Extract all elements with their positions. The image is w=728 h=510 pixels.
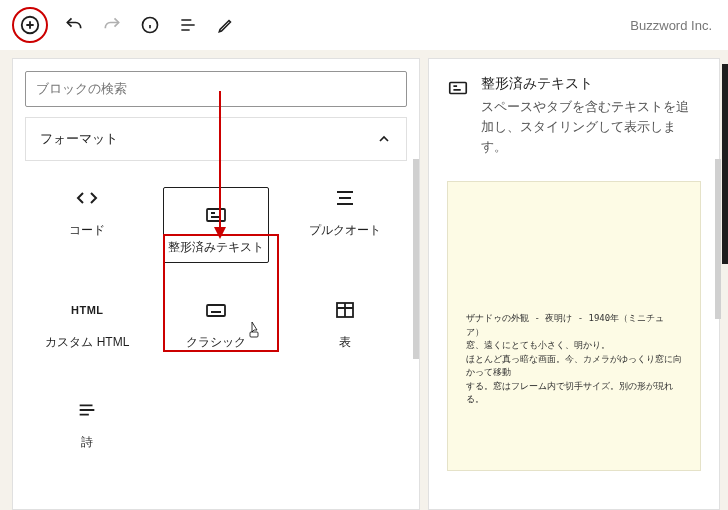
block-label: プルクオート — [309, 223, 381, 239]
block-custom-html[interactable]: HTML カスタム HTML — [25, 279, 150, 375]
redo-button[interactable] — [100, 13, 124, 37]
keyboard-icon — [204, 295, 228, 325]
preview-text: ザナドゥの外観 - 夜明け - 1940年（ミニチュア） 窓、遠くにとても小さく… — [466, 312, 682, 407]
svg-rect-2 — [207, 209, 225, 221]
preformatted-icon — [447, 77, 469, 99]
chevron-up-icon — [376, 131, 392, 147]
editor-toolbar: Buzzword Inc. — [0, 0, 728, 50]
outline-button[interactable] — [176, 13, 200, 37]
block-inserter-panel: ブロックの検索 フォーマット コード 整形済みテキスト — [12, 58, 420, 510]
left-scrollbar[interactable] — [413, 159, 419, 359]
code-icon — [75, 183, 99, 213]
block-label: 整形済みテキスト — [168, 240, 264, 256]
preformatted-icon — [168, 200, 264, 230]
block-table[interactable]: 表 — [282, 279, 407, 375]
right-scrollbar[interactable] — [715, 159, 721, 319]
edit-button[interactable] — [214, 13, 238, 37]
undo-button[interactable] — [62, 13, 86, 37]
side-decoration — [722, 64, 728, 264]
brand-label: Buzzword Inc. — [630, 18, 712, 33]
block-code[interactable]: コード — [25, 167, 150, 275]
svg-rect-5 — [250, 332, 258, 337]
block-label: 表 — [339, 335, 351, 351]
add-block-button[interactable] — [12, 7, 48, 43]
preview-description: スペースやタブを含むテキストを追加し、スタイリングして表示します。 — [481, 97, 701, 157]
table-icon — [333, 295, 357, 325]
block-preview-panel: 整形済みテキスト スペースやタブを含むテキストを追加し、スタイリングして表示しま… — [428, 58, 720, 510]
svg-rect-8 — [450, 83, 467, 94]
pullquote-icon — [333, 183, 357, 213]
block-search-input[interactable]: ブロックの検索 — [25, 71, 407, 107]
blocks-grid: コード 整形済みテキスト プルクオート HTML カスタム HTML — [25, 161, 407, 481]
block-verse[interactable]: 詩 — [25, 379, 150, 475]
block-label: 詩 — [81, 435, 93, 451]
category-format[interactable]: フォーマット — [25, 117, 407, 161]
block-preformatted[interactable]: 整形済みテキスト — [154, 167, 279, 275]
block-label: コード — [69, 223, 105, 239]
preview-box: ザナドゥの外観 - 夜明け - 1940年（ミニチュア） 窓、遠くにとても小さく… — [447, 181, 701, 471]
block-label: クラシック — [186, 335, 246, 351]
verse-icon — [76, 395, 98, 425]
preview-title: 整形済みテキスト — [481, 75, 701, 93]
svg-rect-3 — [207, 305, 225, 316]
block-pullquote[interactable]: プルクオート — [282, 167, 407, 275]
html-icon: HTML — [71, 295, 104, 325]
info-button[interactable] — [138, 13, 162, 37]
category-label: フォーマット — [40, 130, 118, 148]
pointer-cursor-icon — [247, 321, 263, 339]
block-label: カスタム HTML — [45, 335, 129, 351]
